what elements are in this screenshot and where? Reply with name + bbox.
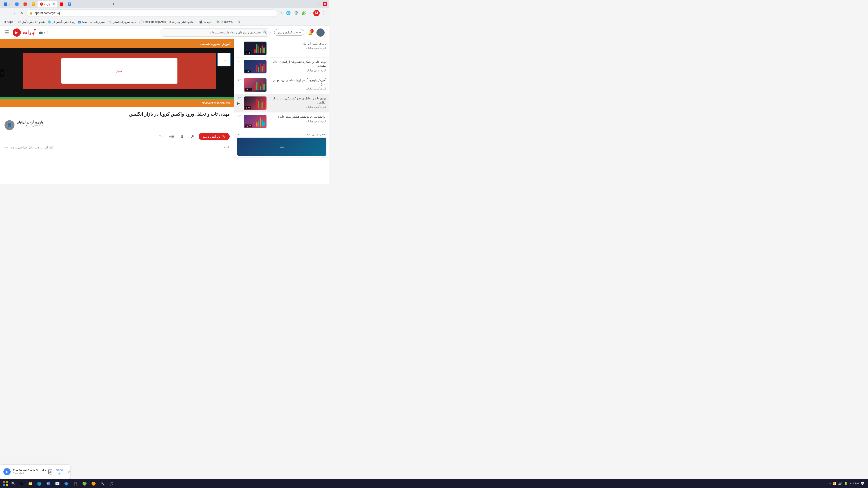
bookmark-7-icon: 🎬	[199, 20, 203, 24]
forward-button[interactable]: →	[11, 10, 17, 16]
bookmark-4[interactable]: 🛒 خرید سرور اپلیکیشن ...	[106, 20, 136, 24]
views-count: ۰	[224, 146, 225, 149]
address-bar[interactable]: 🔒 aparat.com/v/yfK7q	[26, 9, 277, 17]
aparat-page: 👤 🔔 100 + + بارگذاری ویدیو 🔍 ۱۰۵ 📺 آپارا…	[0, 26, 329, 184]
bookmark-2[interactable]: 🌐 ورود › باینری آپشن ایر...	[46, 20, 75, 24]
tab-2[interactable]	[13, 1, 21, 7]
add-to-list-icon: ≡+	[168, 134, 174, 139]
search-bar[interactable]: 🔍	[160, 29, 270, 37]
upload-button[interactable]: + + بارگذاری ویدیو	[274, 29, 304, 36]
views-icon: 📺	[39, 31, 43, 34]
current-playing-icon: ▶	[237, 101, 240, 106]
ad-close-button[interactable]: ✕	[237, 133, 240, 136]
bookmark-star-button[interactable]: ☆	[279, 10, 284, 16]
close-button[interactable]: ✕	[323, 2, 327, 6]
download-icon: ⬇	[180, 134, 184, 139]
bookmark-1-label: پیشخوان › باینری آپش...	[22, 20, 45, 24]
bookmark-1-icon: 📰	[18, 20, 21, 24]
bookmark-8[interactable]: 🛍️ QFollowe...	[215, 20, 236, 24]
tab-misc-4[interactable]	[96, 1, 102, 7]
tab-bar: N N M آ آپارات ✕ G +	[2, 1, 307, 7]
video-main: آموزش حضوری تخصصی آموزش	[0, 39, 234, 184]
tab-1[interactable]: N N	[2, 1, 13, 7]
playlist-item-0[interactable]: باینری آپشن ایرانیان باینری آپشن ایرانیا…	[235, 39, 329, 58]
playlist-item-2[interactable]: آموزش باینری آپشن (روانشناسی ترید مهدی ت…	[235, 76, 329, 94]
share-button[interactable]: ↗	[188, 133, 196, 140]
search-icon: 🔍	[263, 30, 267, 35]
tab-misc-2[interactable]	[81, 1, 88, 7]
channel-info: باینری آپشن ایرانیان ۶۱۰ دنبال کننده	[17, 120, 43, 127]
aparat-logo: آپارات ▶	[13, 29, 35, 37]
tab-youtube[interactable]	[58, 1, 65, 7]
bookmark-4-icon: 🛒	[108, 20, 112, 24]
hamburger-menu-button[interactable]: ☰	[4, 30, 9, 35]
bookmark-6[interactable]: R دانلود فیلم چهار پاد...	[167, 20, 196, 24]
playlist-item-1-duration: ۰:۵۲	[245, 70, 251, 72]
playlist-item-2-number: ۵۲	[237, 78, 242, 81]
bookmark-1[interactable]: 📰 پیشخوان › باینری آپش...	[16, 20, 45, 24]
main-content: 👤 🔔 100 + + بارگذاری ویدیو 🔍 ۱۰۵ 📺 آپارا…	[0, 26, 329, 184]
more-dots-icon: •••	[4, 146, 8, 149]
bookmark-3-icon: 👥	[78, 20, 81, 24]
more-button[interactable]: ⋮	[321, 10, 327, 16]
like-button[interactable]: ۰ ♡	[158, 135, 164, 138]
tab-misc-3[interactable]	[88, 1, 95, 7]
download-button[interactable]: ⬇	[178, 133, 186, 140]
video-player[interactable]: آموزش حضوری تخصصی آموزش	[0, 39, 234, 107]
playlist-item-1-title: مهدی تات و تشکر دانشجویان از ایشان اقای …	[269, 60, 327, 68]
tab-aparat-close[interactable]: ✕	[53, 2, 55, 6]
notification-button[interactable]: 🔔 100	[308, 30, 313, 35]
user-avatar[interactable]: 👤	[316, 29, 324, 37]
bookmarks-overflow-button[interactable]: »	[237, 20, 241, 24]
extension-btn-1[interactable]: 🛡️	[293, 10, 299, 16]
tab-google[interactable]: G	[66, 1, 73, 7]
bookmark-2-label: ورود › باینری آپشن ایر...	[52, 20, 75, 24]
video-prev-button[interactable]: ‹	[0, 69, 4, 77]
channel-avatar[interactable]: 👤	[4, 120, 14, 130]
chevron-left-icon: ‹	[1, 71, 2, 75]
apps-label: Apps	[7, 20, 13, 24]
more-options-button[interactable]: •••	[4, 146, 8, 149]
ad-image[interactable]: تبلیغ	[237, 138, 327, 156]
tab-4[interactable]: M	[29, 1, 37, 7]
playlist-item-3[interactable]: مهدی تات و تحلیل ورود واکسن کرونا در باز…	[235, 94, 329, 112]
new-tab-button[interactable]: +	[110, 1, 117, 7]
bookmark-3-label: ممبر رابان | پنل خدما...	[82, 20, 105, 24]
edit-icon: ✏️	[222, 135, 225, 138]
boost-button[interactable]: 📈 افزایش بازدید	[10, 146, 33, 149]
minimize-button[interactable]: —	[310, 2, 315, 6]
tab-aparat[interactable]: آ آپارات ✕	[37, 1, 57, 7]
maximize-button[interactable]: ❐	[316, 2, 321, 6]
edit-video-button[interactable]: ✏️ ویرایش ویدیو	[199, 133, 230, 140]
tab-3[interactable]	[21, 1, 29, 7]
bookmark-7[interactable]: 🎬 خرید ها	[197, 20, 213, 24]
tab-misc-1[interactable]	[74, 1, 81, 7]
aparat-header: 👤 🔔 100 + + بارگذاری ویدیو 🔍 ۱۰۵ 📺 آپارا…	[0, 26, 329, 39]
bookmark-3[interactable]: 👥 ممبر رابان | پنل خدما...	[76, 20, 105, 24]
playlist-item-4-duration: ۲۷:۴۴	[245, 125, 252, 127]
translate-button[interactable]: 🌐	[285, 10, 291, 16]
playlist-item-1[interactable]: مهدی تات و تشکر دانشجویان از ایشان اقای …	[235, 58, 329, 76]
channel-avatar-icon: 👤	[7, 123, 12, 128]
back-button[interactable]: ←	[3, 10, 9, 16]
tab-misc-5[interactable]	[103, 1, 110, 7]
bookmark-5[interactable]: 📈 Forex Trading Articl...	[137, 20, 166, 24]
playlist-item-4-info: روانشناسی ترید هفته هشتم(مهدی تات) باینر…	[269, 115, 327, 123]
bookmark-apps[interactable]: ⊞ Apps	[2, 20, 15, 24]
music-button[interactable]: ♪	[308, 10, 312, 16]
ad-header: مخفی نمودن تبلیغ ✕	[237, 133, 327, 136]
stats-button[interactable]: 📊 آمار بازدید	[35, 146, 53, 149]
extensions-button[interactable]: 🧩	[301, 10, 307, 16]
heart-icon: ♡	[158, 135, 161, 138]
playlist-item-2-thumb: ۴۶:۳۵	[244, 78, 267, 92]
search-input[interactable]	[163, 31, 260, 34]
profile-button[interactable]: M	[313, 10, 320, 16]
browser-titlebar: N N M آ آپارات ✕ G +	[0, 0, 329, 8]
playlist-item-3-thumb: ۵:۳۷	[244, 96, 267, 110]
reload-button[interactable]: ↻	[19, 10, 25, 16]
playlist-add-button[interactable]: ≡+	[167, 133, 176, 140]
playlist-item-4[interactable]: روانشناسی ترید هفته هشتم(مهدی تات) باینر…	[235, 112, 329, 131]
video-title: مهدی تات و تحلیل ورود واکسن کرونا در باز…	[4, 111, 230, 118]
playlist-item-2-title: آموزش باینری آپشن (روانشناسی ترید مهدی ت…	[269, 78, 327, 86]
bookmark-6-label: دانلود فیلم چهار پاد...	[172, 20, 195, 24]
